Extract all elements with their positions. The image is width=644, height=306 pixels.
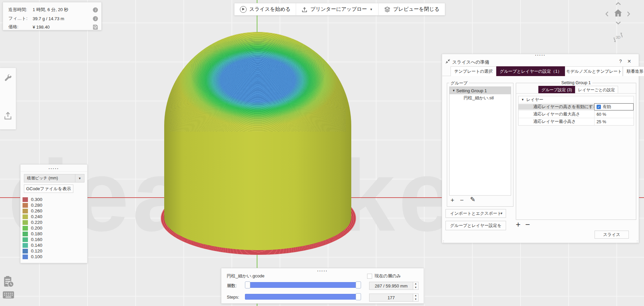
panel-drag-handle[interactable]: ····· [442,54,639,57]
legend-metric-dropdown[interactable]: 積層ピッチ (mm) ▼ [24,174,84,182]
tab-template-select[interactable]: テンプレートの選択 [451,66,496,76]
group-box: グループ ▼ Setting Group 1 円柱_細かい.stl + − ✎ [447,83,513,207]
slice-button[interactable]: スライス [595,231,629,239]
layer-pitch-legend-panel: ····· 積層ピッチ (mm) ▼ GCodeファイルを表示 0.300 0.… [20,164,87,263]
model-preview[interactable] [164,32,351,250]
layers-spinbox[interactable]: 287 / 59.950 mm ▲ ▼ [369,282,419,290]
legend-swatch [23,220,28,225]
legend-value: 0.140 [31,243,42,248]
layers-range-slider[interactable] [245,282,361,288]
spin-up-icon[interactable]: ▲ [413,294,418,298]
spin-down-icon[interactable]: ▼ [413,298,418,301]
legend-value: 0.300 [31,197,42,202]
layers-spinner: ▲ ▼ [413,282,418,290]
stat-row-price: 価格: ¥ 198.40 [8,24,98,30]
tree-expander-icon[interactable]: ▼ [452,89,456,92]
spin-up-icon[interactable]: ▲ [413,282,418,286]
legend-swatch [23,249,28,253]
edit-group-icon[interactable]: ✎ [470,196,475,203]
legend-row: 0.200 [23,225,42,231]
setting-row-adaptive-max[interactable]: 適応レイヤーの最大高さ 60 % [518,111,634,118]
keyboard-icon[interactable] [2,291,14,300]
legend-row: 0.140 [23,242,42,248]
checkbox-checked-icon[interactable]: ✓ [597,105,601,109]
stat-price-value: ¥ 198.40 [33,25,93,30]
settings-tabs: グループ設定 (3) レイヤーごとの設定 [538,86,618,94]
tab-per-layer-settings[interactable]: レイヤーごとの設定 [575,86,618,94]
setting-row-adaptive-min[interactable]: 適応レイヤー最小高さ 25 % [518,118,634,125]
legend-swatch [23,237,28,242]
stat-filament-label: フィ…ト: [8,15,33,22]
close-icon[interactable]: ✕ [627,59,631,64]
legend-row: 0.280 [23,202,42,208]
legend-row: 0.100 [23,254,42,260]
task-list-icon[interactable] [3,275,14,290]
nav-chevron-up[interactable] [615,2,621,6]
current-layer-only-checkbox[interactable]: 現在の層のみ [367,273,401,279]
resize-grip-left[interactable]: .: [443,239,446,242]
settings-section-header[interactable]: ▼ レイヤー [518,96,634,103]
layers-slider-handle-high[interactable] [356,281,361,288]
nav-chevron-left[interactable] [605,11,609,17]
legend-value: 0.280 [31,203,42,208]
export-icon[interactable] [3,111,12,122]
start-slice-button[interactable]: スライスを始める [235,3,296,15]
help-icon[interactable]: ? [619,59,622,64]
setting-row-adaptive-enable[interactable]: 適応レイヤーの高さを有効にする ✓ 有効 [518,103,634,111]
legend-swatch [23,197,28,202]
nav-chevron-down[interactable] [615,21,621,25]
close-preview-button[interactable]: プレビューを閉じる [378,3,445,15]
setting-value: 有効 [603,104,611,110]
nav-chevron-right[interactable] [627,11,631,17]
steps-spinbox[interactable]: 177 ▲ ▼ [369,294,419,302]
spin-down-icon[interactable]: ▼ [413,286,418,290]
legend-row: 0.160 [23,237,42,242]
tree-item-setting-group[interactable]: ▼ Setting Group 1 [450,87,511,94]
steps-value: 177 [369,295,413,300]
wrench-icon[interactable] [3,74,12,84]
legend-value: 0.260 [31,208,42,213]
remove-setting-icon[interactable]: − [525,221,530,228]
stat-time-label: 造形時間: [8,7,33,13]
model-top-rings [190,38,325,105]
layers-slider-handle-low[interactable] [245,281,250,288]
add-group-icon[interactable]: + [451,197,454,203]
resize-grip-right[interactable]: .: [635,239,638,242]
prepare-to-slice-panel: ····· スライスへの準備 ? ✕ テンプレートの選択 グループとレイヤーの設… [442,54,639,243]
tab-model-nozzle-template[interactable]: モデルノズルとテンプレート [565,66,623,76]
section-label: レイヤー [526,97,543,103]
play-icon [240,6,247,13]
remove-group-icon[interactable]: − [460,197,464,203]
preview-toolbar: スライスを始める プリンターにアップロー ▼ プレビューを閉じる [234,3,445,15]
info-icon[interactable]: i [93,16,98,21]
save-group-layer-settings-button[interactable]: グループとレイヤー設定を [445,221,506,230]
gcode-filename: 円柱_細かい.gcode [227,273,264,279]
steps-slider-handle[interactable] [356,293,361,300]
tab-group-layer-settings[interactable]: グループとレイヤーの設定（1） [496,66,565,76]
steps-slider[interactable] [245,294,361,300]
viewport-3d[interactable]: ideaMaker 造形時間: 1 時間, 6 分, 20 秒 i フィ…ト: … [0,0,644,306]
info-icon[interactable]: i [93,7,98,12]
import-export-button[interactable]: インポートとエクスポート ▼ [445,209,506,218]
save-icon[interactable] [93,25,98,30]
upload-to-printer-button[interactable]: プリンターにアップロー ▼ [296,3,378,15]
setting-label: 適応レイヤーの最大高さ [518,111,594,117]
panel-drag-handle[interactable]: ····· [21,167,87,170]
chevron-down-icon: ▼ [370,8,373,11]
import-export-label: インポートとエクスポート [450,211,502,216]
group-tree: ▼ Setting Group 1 円柱_細かい.stl [449,87,511,196]
start-slice-label: スライスを始める [249,6,290,12]
rotate-3d-icon[interactable]: 3D [612,31,624,44]
setting-label: 適応レイヤー最小高さ [518,119,594,125]
legend-row: 0.300 [23,197,42,202]
collapse-icon[interactable] [445,59,450,65]
chevron-down-icon: ▼ [500,212,503,215]
upload-to-printer-label: プリンターにアップロー [310,6,367,12]
show-gcode-button[interactable]: GCodeファイルを表示 [24,184,73,193]
panel-drag-handle[interactable]: ····· [221,270,424,272]
add-setting-icon[interactable]: + [516,221,521,228]
home-view-icon[interactable] [613,8,623,18]
tab-group-settings[interactable]: グループ設定 (3) [538,86,575,94]
tab-sequential-print[interactable]: 順番造形 [623,66,644,76]
tree-item-model-file[interactable]: 円柱_細かい.stl [450,94,511,102]
